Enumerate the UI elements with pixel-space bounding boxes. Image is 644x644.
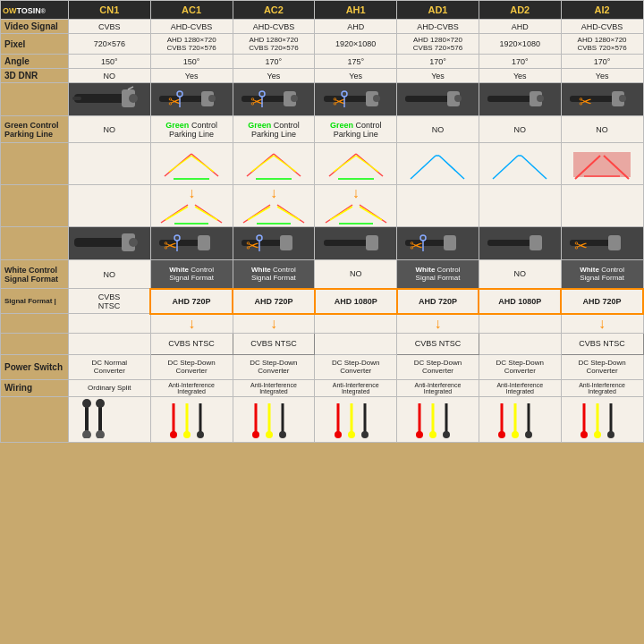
- svg-line-61: [195, 207, 217, 220]
- parking-bottom-ad2: [479, 185, 561, 227]
- green-control-text-row: Green Control Parking Line NO Green Cont…: [1, 116, 644, 143]
- svg-rect-5: [159, 96, 208, 102]
- power-ah1: DC Step-Down Converter: [315, 354, 397, 379]
- green-cn1: NO: [68, 116, 150, 143]
- pixel-ac2: AHD 1280×720 CVBS 720×576: [233, 34, 315, 55]
- parking-bottom-ah1-content: ↓: [316, 186, 395, 225]
- power-ad2: DC Step-Down Converter: [479, 354, 561, 379]
- arrow-down-ac2: ↓: [270, 186, 277, 200]
- power-cn1: DC Normal Converter: [68, 354, 150, 379]
- signal-bottom-ac2: CVBS NTSC: [233, 333, 315, 354]
- svg-point-132: [512, 431, 519, 438]
- cable-svg-ac2: ✂: [237, 85, 310, 112]
- signal-bottom-ai2: CVBS NTSC: [561, 333, 643, 354]
- signal-top-label: Signal Format |: [1, 289, 69, 314]
- dnr-ai2: Yes: [561, 69, 643, 83]
- green-control-label: Green Control Parking Line: [1, 116, 69, 143]
- cable-ah1: ✂: [315, 83, 397, 116]
- svg-text:✂: ✂: [579, 93, 592, 111]
- parking-svg-ad2: [484, 145, 555, 181]
- white-ai2: White ControlSignal Format: [561, 260, 643, 289]
- signal-top-ac2: AHD 720P: [233, 289, 315, 314]
- svg-rect-89: [444, 235, 456, 250]
- cable2-svg-ad2: [483, 229, 556, 256]
- arrow-ad2: [479, 314, 561, 334]
- svg-rect-17: [324, 96, 373, 102]
- cable-svg-cn1: [72, 85, 146, 112]
- dnr-ad2: Yes: [479, 69, 561, 83]
- signal-bottom-ad1: CVBS NTSC: [397, 333, 479, 354]
- svg-rect-94: [530, 235, 542, 250]
- svg-rect-86: [324, 240, 373, 246]
- cable-svg-ai2: ✂: [565, 85, 639, 112]
- svg-line-71: [360, 207, 382, 220]
- wiring-diagram-cn1: [68, 396, 150, 442]
- wiring-diagram-ac1: [150, 396, 233, 442]
- signal-top-cn1: CVBSNTSC: [68, 289, 150, 314]
- svg-point-137: [580, 431, 588, 438]
- arrow-ah1: [315, 314, 397, 334]
- dnr-ad1: Yes: [397, 69, 479, 83]
- white-ah1: NO: [315, 260, 397, 289]
- col-ah1: AH1: [315, 1, 397, 20]
- parking-svg-ac1: [156, 145, 227, 181]
- svg-text:✂: ✂: [574, 237, 588, 255]
- parking-bottom-ac1: ↓: [150, 185, 233, 227]
- dnr-label: 3D DNR: [1, 69, 69, 83]
- pixel-ad2: 1920×1080: [479, 34, 561, 55]
- dnr-cn1: NO: [68, 69, 150, 83]
- svg-rect-11: [242, 96, 291, 102]
- wiring-sub-ac2: Anti-Interference Integrated: [233, 379, 315, 396]
- white-ad1: White ControlSignal Format: [397, 260, 479, 289]
- cable2-svg-cn1: [72, 229, 146, 256]
- angle-ad1: 170°: [397, 55, 479, 69]
- parking-svg2-ac1: [157, 200, 226, 225]
- signal-arrow-label: [1, 314, 69, 334]
- video-signal-row: Video Signal CVBS AHD-CVBS AHD-CVBS AHD …: [1, 20, 644, 34]
- svg-point-19: [373, 95, 380, 102]
- svg-rect-93: [487, 240, 537, 246]
- white-ac2: White ControlSignal Format: [233, 260, 315, 289]
- svg-line-64: [277, 205, 304, 223]
- wiring-subtitle-row: Wiring Ordinary Split Anti-Interference …: [1, 379, 644, 396]
- arrow-ac1: ↓: [150, 314, 233, 334]
- svg-rect-23: [405, 96, 454, 102]
- angle-ad2: 170°: [479, 55, 561, 69]
- video-signal-ad1: AHD-CVBS: [397, 20, 479, 34]
- wiring-diagram-ad2: [479, 396, 561, 442]
- svg-line-58: [161, 205, 188, 223]
- wiring-sub-ai2: Anti-Interference Integrated: [561, 379, 643, 396]
- dnr-ah1: Yes: [315, 69, 397, 83]
- wiring-svg-ac1: [156, 399, 227, 438]
- svg-line-68: [326, 205, 352, 223]
- svg-point-2: [129, 94, 138, 103]
- svg-rect-96: [608, 235, 621, 250]
- svg-point-113: [252, 431, 259, 438]
- svg-rect-26: [487, 96, 537, 102]
- parking-diag-ac2: [233, 143, 315, 185]
- wiring-svg-ac2: [238, 399, 309, 438]
- cable2-svg-ac1: ✂: [155, 229, 228, 256]
- svg-point-75: [129, 238, 138, 247]
- wiring-svg-ad1: [402, 399, 473, 438]
- parking-bottom-ah1: ↓: [315, 185, 397, 227]
- video-signal-ac2: AHD-CVBS: [233, 20, 315, 34]
- wiring-svg-ad2: [484, 399, 555, 438]
- svg-point-138: [594, 431, 601, 438]
- svg-point-131: [498, 431, 505, 438]
- video-signal-ac1: AHD-CVBS: [150, 20, 233, 34]
- arrow-ai2: ↓: [561, 314, 643, 334]
- signal-bottom-label: [1, 333, 69, 354]
- signal-top-ad2: AHD 1080P: [479, 289, 561, 314]
- svg-line-60: [165, 207, 188, 220]
- green-ad1: NO: [397, 116, 479, 143]
- cable-ac1: ✂: [150, 83, 233, 116]
- pixel-row: Pixel 720×576 AHD 1280×720 CVBS 720×576 …: [1, 34, 644, 55]
- svg-line-59: [195, 205, 222, 223]
- svg-line-63: [243, 205, 270, 223]
- cable2-ah1: [315, 227, 397, 260]
- cable-svg-ac1: ✂: [155, 85, 228, 112]
- cable-label-2: [1, 227, 69, 260]
- cable2-ai2: ✂: [561, 227, 643, 260]
- pixel-ah1: 1920×1080: [315, 34, 397, 55]
